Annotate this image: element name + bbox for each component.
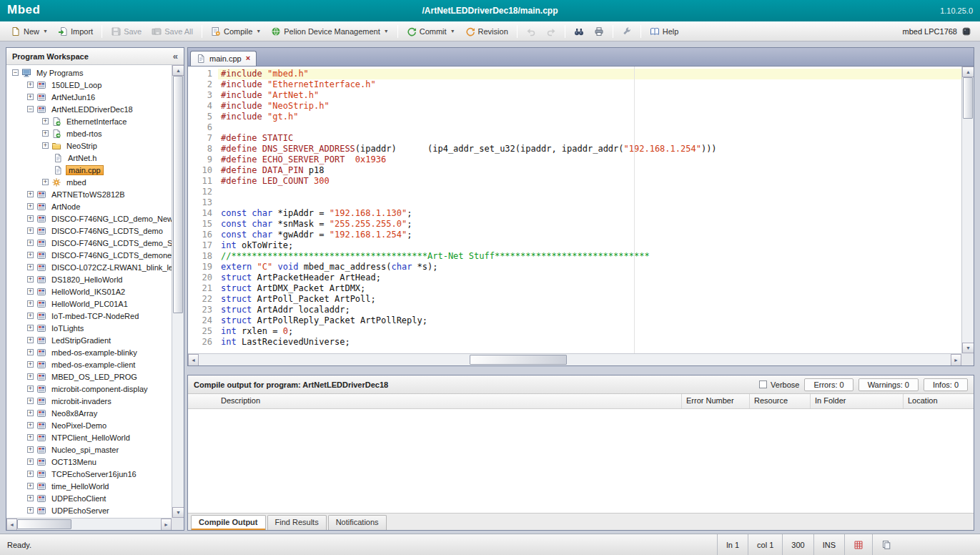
tree-item-helloworld-plc01a1[interactable]: +HelloWorld_PLC01A1 [6, 298, 172, 310]
tree-item-disco-f746ng-lcdts-demo[interactable]: +DISCO-F746NG_LCDTS_demo [6, 225, 172, 237]
import-button[interactable]: Import [53, 24, 98, 39]
scroll-up-icon[interactable]: ▲ [172, 65, 184, 76]
tree-item-ds1820-helloworld[interactable]: +DS1820_HelloWorld [6, 273, 172, 285]
tree-item-mbed[interactable]: +mbed [6, 176, 172, 188]
print-button[interactable] [589, 24, 609, 39]
tree-item-udpechoclient[interactable]: +UDPEchoClient [6, 492, 172, 504]
code-editor[interactable]: #include "mbed.h"#include "EthernetInter… [218, 67, 961, 353]
tree-toggle-collapse-icon[interactable]: − [12, 69, 19, 76]
tree-toggle-expand-icon[interactable]: + [27, 240, 34, 246]
tree-toggle-expand-icon[interactable]: + [27, 288, 34, 295]
tree-item-oct13menu[interactable]: +OCT13Menu [6, 456, 172, 468]
tree-item-ethernetinterface[interactable]: +EthernetInterface [6, 115, 172, 127]
tree-hscroll-track[interactable] [17, 519, 161, 530]
tree-hscroll-thumb[interactable] [17, 519, 71, 529]
tree-item-ledstripgradient[interactable]: +LedStripGradient [6, 334, 172, 346]
tree-vscrollbar[interactable]: ▲ ▼ [172, 65, 184, 518]
statusbar-selection-mode[interactable] [844, 534, 872, 555]
new-button[interactable]: New▼ [6, 24, 53, 39]
scroll-right-icon[interactable]: ► [951, 354, 961, 366]
editor-hscroll-thumb[interactable] [470, 355, 568, 365]
tree-toggle-expand-icon[interactable]: + [27, 325, 34, 331]
tree-toggle-expand-icon[interactable]: + [42, 118, 49, 124]
tree-toggle-expand-icon[interactable]: + [27, 398, 34, 404]
scroll-up-icon[interactable]: ▲ [962, 67, 974, 77]
tree-toggle-expand-icon[interactable]: + [27, 82, 34, 88]
editor-hscroll-track[interactable] [199, 354, 951, 365]
tree-item-nucleo-spi-master[interactable]: +Nucleo_spi_master [6, 443, 172, 456]
tree-toggle-expand-icon[interactable]: + [27, 507, 34, 514]
tree-hscrollbar[interactable]: ◄ ► [6, 518, 172, 530]
tree-item-time-helloworld[interactable]: +time_HelloWorld [6, 480, 172, 492]
tree-item-disco-f746ng-lcdts-demo-sep[interactable]: +DISCO-F746NG_LCDTS_demo_Sep [6, 237, 172, 249]
tree-item-artnetleddriverdec18[interactable]: −ArtNetLEDDriverDec18 [6, 103, 172, 115]
tree-item-microbit-component-display[interactable]: +microbit-component-display [6, 383, 172, 395]
commit-button[interactable]: Commit▼ [402, 24, 460, 39]
tree-toggle-expand-icon[interactable]: + [27, 422, 34, 428]
editor-vscrollbar[interactable]: ▲ ▼ [961, 67, 974, 353]
tree-toggle-expand-icon[interactable]: + [27, 227, 34, 234]
tab-find-results[interactable]: Find Results [267, 515, 327, 530]
tree-toggle-expand-icon[interactable]: + [27, 252, 34, 258]
tree-toggle-expand-icon[interactable]: + [27, 483, 34, 489]
counter-infos-button[interactable]: Infos: 0 [924, 378, 968, 391]
editor-hscrollbar[interactable]: ◄ ► [188, 353, 961, 365]
tree-toggle-expand-icon[interactable]: + [27, 215, 34, 222]
tree-toggle-expand-icon[interactable]: + [27, 300, 34, 307]
help-button[interactable]: Help [645, 24, 684, 39]
tree-item-disco-f746ng-lcdts-demonew[interactable]: +DISCO-F746NG_LCDTS_demonew [6, 249, 172, 261]
tree-item-disco-f746ng-lcd-demo-new[interactable]: +DISCO-F746NG_LCD_demo_New [6, 212, 172, 225]
tree-item-iotlights[interactable]: +IoTLights [6, 322, 172, 334]
scroll-down-icon[interactable]: ▼ [962, 343, 974, 353]
tab-compile-output[interactable]: Compile Output [191, 515, 266, 530]
tree-toggle-expand-icon[interactable]: + [27, 410, 34, 416]
tree-item-udpechoserver[interactable]: +UDPEchoServer [6, 504, 172, 516]
tree-toggle-expand-icon[interactable]: + [27, 94, 34, 100]
tree-item-artnetjun16[interactable]: +ArtNetJun16 [6, 91, 172, 103]
tree-item-mbed-os-example-client[interactable]: +mbed-os-example-client [6, 358, 172, 370]
format-button[interactable] [617, 24, 637, 39]
tree-item-neopixel-demo[interactable]: +NeoPixel-Demo [6, 419, 172, 431]
tab-notifications[interactable]: Notifications [328, 515, 387, 530]
tree-item-mbed-os-led-prog[interactable]: +MBED_OS_LED_PROG [6, 370, 172, 383]
editor-vscroll-track[interactable] [962, 77, 974, 343]
close-tab-icon[interactable]: × [245, 54, 251, 62]
tree-toggle-expand-icon[interactable]: + [27, 337, 34, 343]
tree-toggle-expand-icon[interactable]: + [42, 179, 49, 185]
tree-toggle-expand-icon[interactable]: + [27, 446, 34, 453]
tree-toggle-expand-icon[interactable]: + [27, 203, 34, 210]
tree-toggle-expand-icon[interactable]: + [27, 385, 34, 392]
tree-item-artnode[interactable]: +ArtNode [6, 200, 172, 212]
tree-vscroll-track[interactable] [172, 76, 184, 507]
tree-toggle-expand-icon[interactable]: + [27, 313, 34, 319]
tree-item-ntpclient-helloworld[interactable]: +NTPClient_HelloWorld [6, 431, 172, 443]
tree-item-iot-mbed-tcp-nodered[interactable]: +IoT-mbed-TCP-NodeRed [6, 310, 172, 322]
panel-splitter[interactable] [187, 366, 974, 375]
tree-item-my-programs[interactable]: −My Programs [6, 67, 172, 79]
tree-item-artnettows2812b[interactable]: +ARTNETtoWS2812B [6, 188, 172, 200]
tree-item-microbit-invaders[interactable]: +microbit-invaders [6, 395, 172, 407]
tree-toggle-expand-icon[interactable]: + [27, 471, 34, 477]
scroll-right-icon[interactable]: ► [161, 519, 172, 530]
tree-item-neo8x8array[interactable]: +Neo8x8Array [6, 407, 172, 419]
tree-toggle-expand-icon[interactable]: + [27, 264, 34, 270]
tree-toggle-expand-icon[interactable]: + [27, 373, 34, 380]
tree-item-neostrip[interactable]: +NeoStrip [6, 139, 172, 152]
tree-item-mbed-rtos[interactable]: +mbed-rtos [6, 127, 172, 139]
device-selector[interactable]: mbed LPC1768 [903, 26, 974, 36]
tree-item-150led-loop[interactable]: +150LED_Loop [6, 79, 172, 91]
find-button[interactable] [569, 24, 589, 39]
tree-toggle-expand-icon[interactable]: + [27, 361, 34, 368]
pelion-button[interactable]: Pelion Device Management▼ [266, 24, 393, 39]
tree-toggle-expand-icon[interactable]: + [27, 349, 34, 355]
compile-button[interactable]: Compile▼ [206, 24, 266, 39]
tree-item-artnet-h[interactable]: ArtNet.h [6, 152, 172, 164]
scroll-down-icon[interactable]: ▼ [172, 507, 184, 518]
tree-item-disco-l072cz-lrwan1-blink-led[interactable]: +DISCO-L072CZ-LRWAN1_blink_led [6, 261, 172, 273]
counter-errors-button[interactable]: Errors: 0 [804, 378, 853, 391]
tree-toggle-expand-icon[interactable]: + [27, 276, 34, 283]
verbose-checkbox[interactable]: Verbose [759, 380, 799, 389]
counter-warnings-button[interactable]: Warnings: 0 [858, 378, 919, 391]
tree-toggle-expand-icon[interactable]: + [27, 434, 34, 441]
tree-item-tcpechoserver16jun16[interactable]: +TCPEchoServer16jun16 [6, 468, 172, 480]
